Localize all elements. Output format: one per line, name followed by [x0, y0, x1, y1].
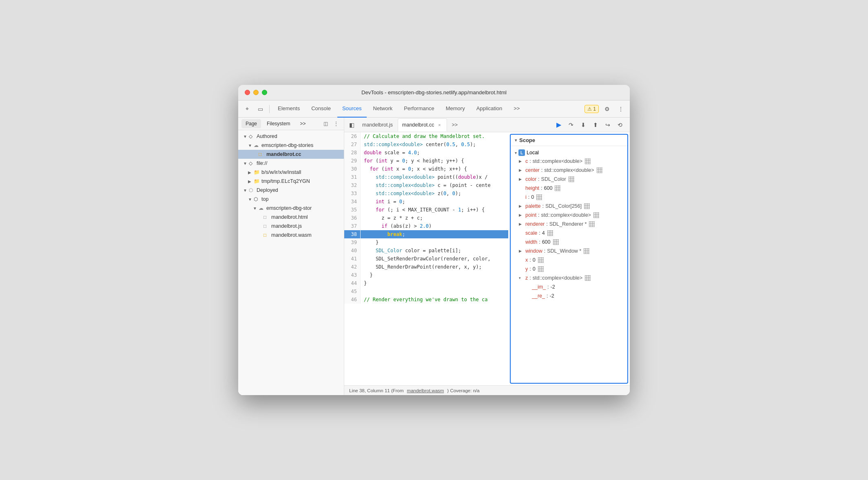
tab-elements[interactable]: Elements [273, 100, 305, 118]
scope-item-point[interactable]: ▶ point : std::complex<double> [511, 211, 627, 220]
scope-item-x[interactable]: x : 0 [511, 256, 627, 264]
tab-application[interactable]: Application [472, 100, 507, 118]
tab-more-editor[interactable]: >> [448, 118, 462, 131]
mandelbrot-cc-label: mandelbrot.cc [266, 151, 301, 157]
y-grid-icon [538, 266, 544, 272]
scope-item-height[interactable]: height : 600 [511, 184, 627, 193]
devtools-toolbar: ⌖ ▭ Elements Console Sources Network Per… [238, 100, 630, 118]
height-grid-icon [555, 185, 560, 191]
i-separator: : [528, 193, 529, 201]
tree-item-wasm[interactable]: □ mandelbrot.wasm [238, 231, 344, 240]
scope-item-renderer[interactable]: ▶ renderer : SDL_Renderer * [511, 220, 627, 229]
z-grid-icon [585, 275, 591, 281]
inspector-icon[interactable]: ⌖ [241, 103, 253, 115]
sidebar-tab-more[interactable]: >> [296, 119, 310, 128]
height-separator: : [541, 184, 542, 192]
deactivate-button[interactable]: ⟲ [615, 120, 625, 130]
center-key: center [525, 166, 540, 174]
scope-item-width[interactable]: width : 600 [511, 238, 627, 247]
file-js-icon: □ [264, 223, 270, 229]
box-icon: ⬡ [249, 187, 255, 193]
code-content-36: z = z * z + c; [361, 214, 426, 222]
line-num-40: 40 [344, 247, 361, 255]
window-expand-icon: ▶ [519, 247, 524, 255]
more-options-icon[interactable]: ⋮ [615, 103, 627, 115]
tree-item-html[interactable]: □ mandelbrot.html [238, 213, 344, 222]
close-button[interactable] [245, 90, 250, 95]
maximize-button[interactable] [262, 90, 267, 95]
step-button[interactable]: ↪ [603, 120, 613, 130]
line-num-28: 28 [344, 149, 361, 157]
tree-arrow-deployed: ▼ [243, 188, 249, 193]
scope-item-im[interactable]: __im_ : -2 [511, 282, 627, 291]
scope-item-center[interactable]: ▶ center : std::complex<double> [511, 166, 627, 175]
scope-item-color[interactable]: ▶ color : SDL_Color [511, 175, 627, 184]
window-separator: : [544, 247, 545, 255]
scope-item-c[interactable]: ▶ c : std::complex<double> [511, 157, 627, 166]
step-over-button[interactable]: ↷ [566, 120, 576, 130]
tree-item-deployed-cloud[interactable]: ▼ ☁ emscripten-dbg-stor [238, 204, 344, 213]
tab-mandelbrot-js[interactable]: mandelbrot.js [358, 118, 397, 131]
scope-item-re[interactable]: __re_ : -2 [511, 291, 627, 300]
code-content-34: int i = 0; [361, 198, 408, 206]
tab-sources[interactable]: Sources [337, 100, 367, 118]
tab-more[interactable]: >> [509, 100, 525, 118]
line-num-42: 42 [344, 263, 361, 271]
tab-close-icon[interactable]: × [437, 122, 443, 128]
x-val: 0 [533, 256, 536, 264]
tree-item-mandelbrot-cc[interactable]: □ mandelbrot.cc [238, 150, 344, 159]
tree-section-deployed[interactable]: ▼ ⬡ Deployed [238, 186, 344, 195]
warning-badge[interactable]: ⚠ 1 [585, 105, 599, 113]
tree-section-file[interactable]: ▼ ◇ file:// [238, 159, 344, 168]
scope-item-z[interactable]: ▾ z : std::complex<double> [511, 273, 627, 282]
sidebar-tab-filesystem[interactable]: Filesystem [263, 119, 294, 128]
code-content-39: } [361, 238, 382, 247]
y-key: y [525, 265, 528, 273]
x-key: x [525, 256, 528, 264]
tree-item-top[interactable]: ▼ ⬡ top [238, 195, 344, 204]
i-key: i [525, 193, 527, 201]
resume-button[interactable]: ▶ [554, 120, 564, 130]
tab-mandelbrot-cc[interactable]: mandelbrot.cc × [398, 118, 447, 131]
line-num-39: 39 [344, 238, 361, 247]
status-wasm-link[interactable]: mandelbrot.wasm [407, 388, 444, 393]
scope-item-palette[interactable]: ▶ palette : SDL_Color[256] [511, 202, 627, 211]
settings-icon[interactable]: ⚙ [601, 103, 613, 115]
scope-collapse-arrow[interactable]: ▾ [515, 138, 517, 142]
palette-type: SDL_Color[256] [545, 202, 582, 210]
scale-separator: : [539, 229, 540, 237]
tab-memory[interactable]: Memory [441, 100, 470, 118]
code-content-29: for (int y = 0; y < height; y++) { [361, 157, 467, 165]
tree-item-bsw[interactable]: ▶ 📁 b/s/w/ir/x/w/install [238, 168, 344, 177]
scope-item-y[interactable]: y : 0 [511, 264, 627, 273]
scope-local-header[interactable]: ▾ L Local [511, 149, 627, 157]
devtools-window: DevTools - emscripten-dbg-stories.netlif… [238, 85, 630, 395]
tree-arrow-tmp: ▶ [248, 179, 254, 184]
sidebar-toggle-icon[interactable]: ◫ [321, 119, 330, 128]
palette-grid-icon [584, 203, 590, 209]
sidebar-collapse-icon[interactable]: ◧ [346, 119, 357, 131]
im-separator: : [547, 283, 549, 291]
code-line-27: 27 std::complex<double> center(0.5, 0.5)… [344, 140, 508, 149]
line-num-27: 27 [344, 140, 361, 149]
tree-item-tmp[interactable]: ▶ 📁 tmp/tmp.ELcTq2YGN [238, 177, 344, 186]
point-separator: : [538, 211, 539, 219]
code-content-32: std::complex<double> c = (point - cente [361, 181, 494, 189]
line-num-38: 38 [344, 230, 361, 238]
scope-item-i[interactable]: i : 0 [511, 193, 627, 202]
tree-item-js[interactable]: □ mandelbrot.js [238, 222, 344, 231]
sidebar-more-icon[interactable]: ⋮ [332, 119, 341, 128]
minimize-button[interactable] [253, 90, 259, 95]
tab-network[interactable]: Network [368, 100, 398, 118]
tab-console[interactable]: Console [306, 100, 336, 118]
step-out-button[interactable]: ⬆ [591, 120, 600, 130]
step-into-button[interactable]: ⬇ [578, 120, 588, 130]
scope-item-window[interactable]: ▶ window : SDL_Window * [511, 247, 627, 256]
device-toolbar-icon[interactable]: ▭ [255, 103, 266, 115]
tree-section-authored[interactable]: ▼ ◇ Authored [238, 132, 344, 141]
scope-item-scale[interactable]: scale : 4 [511, 229, 627, 238]
tab-performance[interactable]: Performance [399, 100, 439, 118]
code-editor[interactable]: 26 // Calculate and draw the Mandelbrot … [344, 132, 508, 385]
sidebar-tab-page[interactable]: Page [241, 119, 261, 128]
tree-item-emscripten-cloud[interactable]: ▼ ☁ emscripten-dbg-stories [238, 141, 344, 150]
